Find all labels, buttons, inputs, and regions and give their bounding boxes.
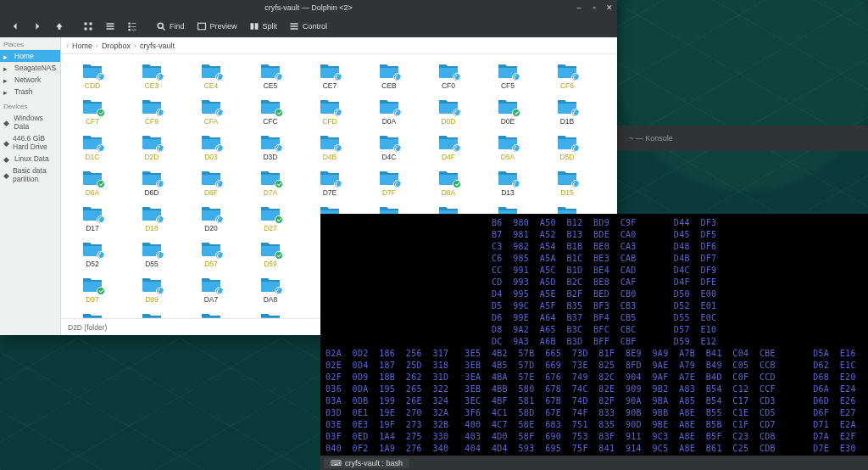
folder-item[interactable]: D2D xyxy=(122,131,181,166)
folder-item[interactable]: CFA xyxy=(181,95,241,131)
folder-item[interactable]: CF9 xyxy=(122,95,181,131)
folder-label: CF0 xyxy=(442,81,455,90)
toolbar: Find Preview Split Control xyxy=(0,15,617,37)
syncing-badge-icon xyxy=(393,180,402,188)
svg-rect-7 xyxy=(129,23,131,25)
sidebar-place-network[interactable]: ▸Network xyxy=(0,74,60,86)
folder-item[interactable]: D5A xyxy=(478,131,537,166)
folder-label: D97 xyxy=(86,295,99,304)
maximize-button[interactable]: ▫ xyxy=(590,3,598,12)
folder-item[interactable]: D13 xyxy=(478,166,537,202)
folder-item[interactable]: D0E xyxy=(478,95,537,131)
folder-item[interactable]: D20 xyxy=(181,202,241,238)
folder-icon xyxy=(259,132,281,151)
place-icon: ▸ xyxy=(3,53,11,60)
folder-item[interactable]: DB3 xyxy=(63,309,122,318)
folder-icon xyxy=(259,311,281,318)
preview-button[interactable]: Preview xyxy=(192,20,242,33)
close-button[interactable]: ✕ xyxy=(605,3,614,12)
sidebar-place-home[interactable]: ▸Home xyxy=(0,50,60,62)
sidebar-device[interactable]: ◆Linux Data xyxy=(0,153,60,165)
details-view-button[interactable] xyxy=(122,20,142,33)
sidebar-device[interactable]: ◆Basic data partition xyxy=(0,165,60,185)
syncing-badge-icon xyxy=(393,109,402,117)
breadcrumb[interactable]: › Home › Dropbox › cryfs-vault xyxy=(61,37,617,54)
folder-item[interactable]: DB9 xyxy=(181,309,241,318)
folder-label: D0D xyxy=(441,117,455,126)
syncing-badge-icon xyxy=(97,144,105,153)
folder-item[interactable]: CDD xyxy=(63,59,122,95)
folder-item[interactable]: D0A xyxy=(359,95,419,131)
folder-item[interactable]: D6F xyxy=(181,166,241,202)
folder-item[interactable]: CE3 xyxy=(122,59,181,95)
folder-item[interactable]: D7F xyxy=(359,166,419,202)
minimize-button[interactable]: – xyxy=(575,3,583,12)
folder-item[interactable]: D5D xyxy=(537,131,597,166)
folder-item[interactable]: CFD xyxy=(300,95,359,131)
folder-item[interactable]: CE5 xyxy=(241,59,300,95)
terminal-output[interactable]: B6 980 A50 B12 BD9 C9F D44 DF3 B7 981 A5… xyxy=(320,214,868,456)
split-button[interactable]: Split xyxy=(244,20,283,33)
icons-view-button[interactable] xyxy=(78,20,98,33)
folder-item[interactable]: DB6 xyxy=(122,309,181,318)
folder-item[interactable]: CF6 xyxy=(537,59,597,95)
sidebar-place-seagatenas[interactable]: ▸SeagateNAS xyxy=(0,62,60,74)
folder-label: CEB xyxy=(381,81,396,90)
folder-item[interactable]: D99 xyxy=(122,273,181,309)
folder-item[interactable]: D55 xyxy=(122,238,181,273)
folder-item[interactable]: D57 xyxy=(181,238,241,273)
folder-item[interactable]: D4B xyxy=(300,131,359,166)
titlebar[interactable]: cryfs-vault — Dolphin <2> – ▫ ✕ xyxy=(0,0,617,15)
folder-icon xyxy=(497,97,519,115)
folder-item[interactable]: D7A xyxy=(241,166,300,202)
folder-item[interactable]: D52 xyxy=(63,238,122,273)
folder-item[interactable]: D6A xyxy=(63,166,122,202)
folder-item[interactable]: CE7 xyxy=(300,59,359,95)
folder-item[interactable]: D17 xyxy=(63,202,122,238)
folder-item[interactable]: DA8 xyxy=(241,273,300,309)
up-button[interactable] xyxy=(49,20,70,33)
syncing-badge-icon xyxy=(156,251,164,260)
folder-item[interactable]: D4F xyxy=(419,131,478,166)
folder-item[interactable]: D7E xyxy=(300,166,359,202)
folder-item[interactable]: D3D xyxy=(241,131,300,166)
syncing-badge-icon xyxy=(393,144,402,153)
crumb-home[interactable]: Home xyxy=(72,42,92,50)
folder-item[interactable]: CF5 xyxy=(478,59,537,95)
compact-view-button[interactable] xyxy=(100,20,120,33)
folder-item[interactable]: D1B xyxy=(537,95,597,131)
folder-item[interactable]: D18 xyxy=(122,202,181,238)
folder-item[interactable]: D03 xyxy=(181,131,241,166)
folder-item[interactable]: CF0 xyxy=(419,59,478,95)
sidebar-device[interactable]: ◆Windows Data xyxy=(0,112,60,132)
folder-item[interactable]: D0D xyxy=(419,95,478,131)
folder-item[interactable]: CEB xyxy=(359,59,419,95)
folder-item[interactable]: D6D xyxy=(122,166,181,202)
taskbar[interactable]: ⌨ cryfs-vault : bash xyxy=(320,456,868,470)
find-button[interactable]: Find xyxy=(151,20,190,33)
folder-item[interactable]: D27 xyxy=(241,202,300,238)
folder-item[interactable]: D97 xyxy=(63,273,122,309)
forward-button[interactable] xyxy=(27,20,47,33)
sidebar-place-trash[interactable]: ▸Trash xyxy=(0,86,60,98)
folder-item[interactable]: DA7 xyxy=(181,273,241,309)
folder-item[interactable]: D1C xyxy=(63,131,122,166)
folder-item[interactable]: CF7 xyxy=(63,95,122,131)
crumb-current[interactable]: cryfs-vault xyxy=(140,42,175,50)
synced-badge-icon xyxy=(453,180,461,188)
folder-icon xyxy=(319,168,341,187)
back-button[interactable] xyxy=(5,20,25,33)
folder-item[interactable]: D4C xyxy=(359,131,419,166)
task-item[interactable]: ⌨ cryfs-vault : bash xyxy=(324,458,409,468)
syncing-badge-icon xyxy=(215,144,224,153)
folder-item[interactable]: CE4 xyxy=(181,59,241,95)
crumb-dropbox[interactable]: Dropbox xyxy=(102,42,131,50)
folder-item[interactable]: D8A xyxy=(419,166,478,202)
folder-item[interactable]: DBD xyxy=(241,309,300,318)
folder-item[interactable]: CFC xyxy=(241,95,300,131)
folder-item[interactable]: D59 xyxy=(241,238,300,273)
folder-item[interactable]: D15 xyxy=(537,166,597,202)
svg-rect-17 xyxy=(291,23,298,25)
control-button[interactable]: Control xyxy=(284,20,332,33)
sidebar-device[interactable]: ◆446.6 GiB Hard Drive xyxy=(0,132,60,153)
